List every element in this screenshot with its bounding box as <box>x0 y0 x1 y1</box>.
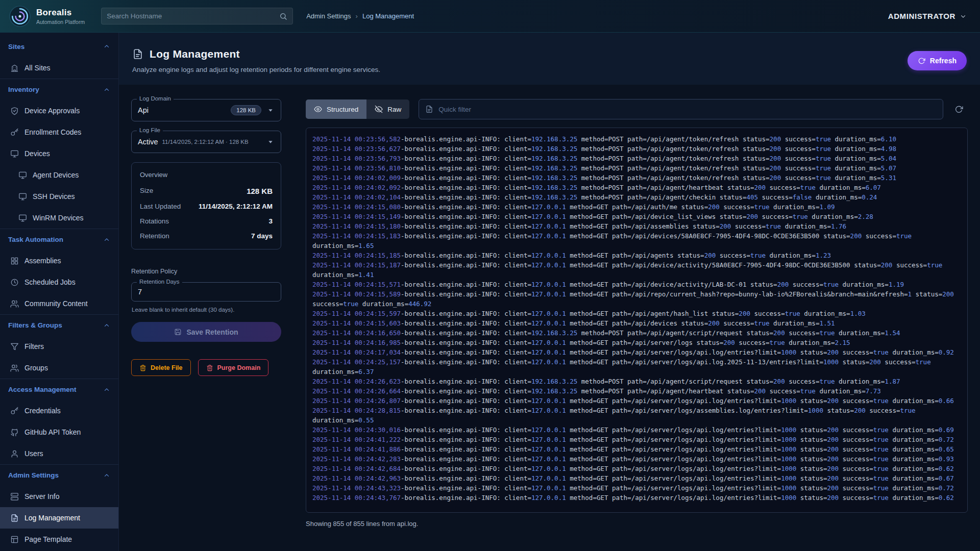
log-line: 2025-11-14 00:24:25,157-borealis.engine.… <box>312 357 961 377</box>
quick-filter-input[interactable] <box>438 106 937 113</box>
log-line: 2025-11-14 00:23:56,810-borealis.engine.… <box>312 163 961 173</box>
chevron-down-icon <box>960 13 967 20</box>
sidebar-item-filters[interactable]: Filters <box>0 336 118 357</box>
sidebar-nav: SitesAll SitesInventoryDevice ApprovalsE… <box>0 36 118 550</box>
overview-row-label: Rotations <box>140 217 169 225</box>
breadcrumb-admin-settings[interactable]: Admin Settings <box>306 12 351 20</box>
monitor-icon <box>10 149 19 158</box>
log-domain-select[interactable]: Log Domain Api 128 KB <box>131 99 281 121</box>
sidebar-section-label: Inventory <box>8 86 39 93</box>
save-retention-button[interactable]: Save Retention <box>131 322 281 342</box>
log-output[interactable]: 2025-11-14 00:23:56,582-borealis.engine.… <box>306 128 968 513</box>
log-line: 2025-11-14 00:23:56,582-borealis.engine.… <box>312 134 961 144</box>
sidebar-item-ssh-devices[interactable]: SSH Devices <box>0 186 118 207</box>
sidebar-section-filters-groups[interactable]: Filters & Groups <box>0 314 118 336</box>
sidebar-item-assemblies[interactable]: Assemblies <box>0 250 118 271</box>
log-line: 2025-11-14 00:24:15,149-borealis.engine.… <box>312 212 961 221</box>
log-line: 2025-11-14 00:24:15,589-borealis.engine.… <box>312 289 961 309</box>
sidebar-item-label: Devices <box>24 149 50 158</box>
filter-icon <box>10 342 19 351</box>
sidebar-section-task-automation[interactable]: Task Automation <box>0 229 118 250</box>
monitor-icon <box>18 171 27 180</box>
hostname-searchbox[interactable] <box>101 8 293 24</box>
retention-days-field[interactable]: Retention Days <box>131 282 281 302</box>
sidebar-item-all-sites[interactable]: All Sites <box>0 57 118 79</box>
log-controls-panel: Log Domain Api 128 KB Log File Active 11… <box>131 99 281 551</box>
sidebar-item-label: GitHub API Token <box>24 428 81 436</box>
purge-domain-button[interactable]: Purge Domain <box>198 359 269 376</box>
raw-toggle-button[interactable]: Raw <box>366 99 409 119</box>
refresh-button[interactable]: Refresh <box>908 51 967 70</box>
user-menu[interactable]: ADMINISTRATOR <box>888 12 967 20</box>
log-line: 2025-11-14 00:24:43,323-borealis.engine.… <box>312 483 961 493</box>
sidebar-item-server-info[interactable]: Server Info <box>0 486 118 507</box>
sidebar-item-scheduled-jobs[interactable]: Scheduled Jobs <box>0 271 118 293</box>
log-line: 2025-11-14 00:24:26,807-borealis.engine.… <box>312 396 961 406</box>
save-icon <box>174 328 182 336</box>
log-line: 2025-11-14 00:24:42,283-borealis.engine.… <box>312 454 961 464</box>
sidebar-item-label: Page Template <box>24 535 72 543</box>
sidebar-item-page-template[interactable]: Page Template <box>0 529 118 550</box>
sidebar-item-log-management[interactable]: Log Management <box>0 507 118 529</box>
structured-toggle-button[interactable]: Structured <box>306 99 366 119</box>
sidebar-item-label: Groups <box>24 364 48 372</box>
overview-rows: Size128 KBLast Updated11/14/2025, 2:12:1… <box>140 187 273 240</box>
viewer-controls: Structured Raw <box>306 99 968 119</box>
delete-file-button[interactable]: Delete File <box>131 359 191 376</box>
sidebar-item-users[interactable]: Users <box>0 443 118 464</box>
sidebar-item-community-content[interactable]: Community Content <box>0 293 118 314</box>
log-line: 2025-11-14 00:24:15,603-borealis.engine.… <box>312 318 961 328</box>
sidebar-section-access-management[interactable]: Access Management <box>0 379 118 400</box>
log-line: 2025-11-14 00:24:26,664-borealis.engine.… <box>312 386 961 396</box>
content-area: Log Domain Api 128 KB Log File Active 11… <box>119 85 980 551</box>
sidebar-section-inventory[interactable]: Inventory <box>0 79 118 100</box>
monitor-icon <box>18 192 27 201</box>
log-line: 2025-11-14 00:24:30,016-borealis.engine.… <box>312 425 961 435</box>
caret-down-icon <box>266 138 275 146</box>
sidebar-item-winrm-devices[interactable]: WinRM Devices <box>0 207 118 229</box>
sidebar-section-sites[interactable]: Sites <box>0 36 118 57</box>
overview-row-value: 7 days <box>251 232 273 240</box>
log-line: 2025-11-14 00:24:41,886-borealis.engine.… <box>312 444 961 454</box>
retention-days-input[interactable] <box>138 288 275 296</box>
chevron-up-icon <box>103 43 110 50</box>
log-line: 2025-11-14 00:24:17,034-borealis.engine.… <box>312 347 961 357</box>
sidebar-item-agent-devices[interactable]: Agent Devices <box>0 164 118 186</box>
sidebar-section-label: Sites <box>8 43 24 51</box>
sidebar-item-enrollment-codes[interactable]: Enrollment Codes <box>0 121 118 143</box>
log-file-select[interactable]: Log File Active 11/14/2025, 2:12:12 AM ·… <box>131 131 281 153</box>
breadcrumb: Admin Settings › Log Management <box>306 12 414 20</box>
log-line: 2025-11-14 00:24:42,684-borealis.engine.… <box>312 464 961 473</box>
log-file-meta: 11/14/2025, 2:12:12 AM · 128 KB <box>162 139 262 145</box>
sidebar-item-groups[interactable]: Groups <box>0 357 118 379</box>
sidebar-item-credentials[interactable]: Credentials <box>0 400 118 421</box>
raw-label: Raw <box>387 106 401 113</box>
structured-label: Structured <box>327 106 358 113</box>
user-label: ADMINISTRATOR <box>888 12 955 20</box>
sidebar-item-device-approvals[interactable]: Device Approvals <box>0 100 118 121</box>
users-icon <box>10 364 19 372</box>
sidebar-item-label: SSH Devices <box>33 192 75 201</box>
delete-file-label: Delete File <box>151 364 183 371</box>
clock-icon <box>10 278 19 287</box>
sidebar-item-label: Community Content <box>24 299 88 308</box>
topbar: Borealis Automation Platform Admin Setti… <box>0 0 980 33</box>
log-line: 2025-11-14 00:24:02,092-borealis.engine.… <box>312 183 961 192</box>
quick-filter[interactable] <box>419 99 943 119</box>
sidebar-item-github-api-token[interactable]: GitHub API Token <box>0 421 118 443</box>
log-domain-label: Log Domain <box>137 95 174 102</box>
log-line: 2025-11-14 00:24:43,767-borealis.engine.… <box>312 493 961 503</box>
overview-row-retention: Retention7 days <box>140 232 273 240</box>
quick-filter-icon <box>425 105 433 113</box>
log-line: 2025-11-14 00:23:56,627-borealis.engine.… <box>312 144 961 154</box>
sidebar-section-admin-settings[interactable]: Admin Settings <box>0 464 118 486</box>
breadcrumb-log-management[interactable]: Log Management <box>362 12 414 20</box>
server-icon <box>10 492 19 501</box>
log-line: 2025-11-14 00:23:56,793-borealis.engine.… <box>312 154 961 163</box>
overview-row-value: 128 KB <box>247 187 273 195</box>
log-refresh-button[interactable] <box>949 100 968 118</box>
search-input[interactable] <box>107 12 275 20</box>
sidebar-item-devices[interactable]: Devices <box>0 143 118 164</box>
sidebar-section-label: Access Management <box>8 386 77 393</box>
caret-down-icon <box>266 106 275 114</box>
